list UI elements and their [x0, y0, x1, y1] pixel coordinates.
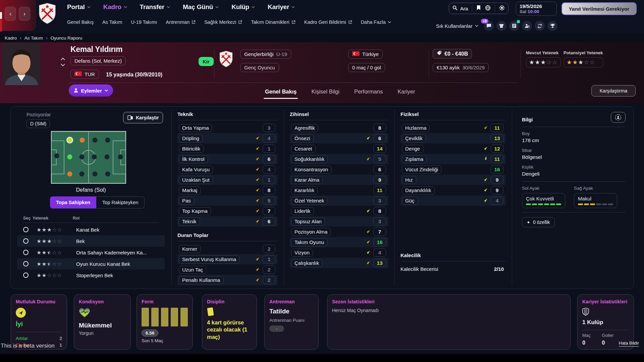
attribute-name[interactable]: Özel Yetenek — [291, 197, 327, 205]
attribute-name[interactable]: Liderlik — [291, 207, 314, 215]
attribute-name[interactable]: Uzun Taç — [179, 266, 206, 274]
attribute-name[interactable]: Top Kapma — [179, 207, 211, 215]
search-button[interactable]: Ara — [452, 5, 468, 11]
subnav-item-sağlık-merkezi[interactable]: Sağlık Merkezi — [204, 19, 242, 25]
tab-kişisel-bilgi[interactable]: Kişisel Bilgi — [311, 88, 339, 99]
attribute-name[interactable]: Agresiflik — [291, 124, 318, 132]
nav-item-kadro[interactable]: Kadro — [103, 3, 127, 11]
attribute-name[interactable]: Hızlanma — [402, 124, 430, 132]
attribute-name[interactable]: Pas — [179, 197, 194, 205]
toggle-out-of-possession[interactable]: Top Rakipteyken — [96, 196, 145, 208]
discipline-card[interactable]: Disiplin 4 kart görürse cezalı olacak (1… — [202, 294, 257, 350]
attribute-name[interactable]: Penaltı Kullanma — [179, 276, 223, 284]
breadcrumb-item-2[interactable]: As Takım — [24, 36, 43, 41]
back-button[interactable]: ‹ — [5, 7, 16, 21]
position-dot-green[interactable] — [67, 154, 72, 159]
attribute-name[interactable]: Hız — [402, 176, 416, 184]
attribute-name[interactable]: Denge — [402, 145, 423, 153]
role-row[interactable]: ★★★☆☆ Bek — [17, 235, 165, 247]
nation-chip[interactable]: Türkiye — [348, 50, 383, 59]
attribute-name[interactable]: Kararlılık — [291, 186, 318, 194]
attribute-name[interactable]: Markaj — [179, 186, 201, 194]
attribute-name[interactable]: Dripling — [179, 134, 203, 142]
actions-button[interactable]: Eylemler — [69, 84, 113, 97]
globe-icon[interactable] — [485, 5, 491, 12]
role-radio[interactable] — [23, 273, 29, 278]
role-row[interactable]: ★★☆★☆☆ Orta Sahayı Kademeleyen Ka... — [17, 247, 165, 258]
attribute-name[interactable]: Çalışkanlık — [291, 259, 322, 267]
player-cycle-arrows[interactable] — [61, 58, 65, 66]
subnav-item-as-takım[interactable]: As Takım — [102, 19, 122, 25]
attribute-name[interactable]: Karar Alma — [291, 176, 323, 184]
role-radio[interactable] — [23, 261, 29, 266]
traits-button[interactable]: ✦ 0 özellik — [522, 217, 555, 227]
attribute-name[interactable]: Serbest Vuruş Kullanma — [179, 255, 239, 263]
role-radio[interactable] — [23, 250, 29, 255]
tab-kariyer[interactable]: Kariyer — [397, 88, 415, 99]
attribute-name[interactable]: Orta Yapma — [179, 124, 212, 132]
attribute-name[interactable]: Çeviklik — [402, 134, 426, 142]
nav-item-kulüp[interactable]: Kulüp — [231, 3, 255, 11]
subnav-item-kadro-geri-bildirimi[interactable]: Kadro Geri Bildirimi — [304, 19, 352, 25]
breadcrumb-item-3[interactable]: Oyuncu Raporu — [51, 36, 83, 41]
role-radio[interactable] — [23, 227, 29, 232]
attribute-name[interactable]: Dayanıklılık — [402, 186, 435, 194]
role-row[interactable]: ★★★☆☆ Kanat Bek — [17, 224, 165, 235]
season-stats-card[interactable]: Sezon İstatistikleri Henüz Maç Oynamadı — [327, 294, 571, 350]
trophy-icon[interactable] — [547, 21, 557, 31]
tab-performans[interactable]: Performans — [354, 88, 383, 99]
nav-item-transfer[interactable]: Transfer — [140, 3, 170, 11]
compare-button[interactable]: Karşılaştır — [123, 112, 163, 123]
subnav-item-genel-bakış[interactable]: Genel Bakış — [67, 19, 94, 25]
breadcrumb-item-1[interactable]: Kadro — [5, 36, 17, 41]
subnav-item-u-19-takımı[interactable]: U-19 Takımı — [131, 19, 157, 25]
news-icon[interactable] — [509, 21, 519, 31]
attribute-name[interactable]: Konsantrasyon — [291, 166, 331, 174]
comparison-button[interactable]: Karşılaştırma — [591, 85, 636, 97]
sync-icon[interactable] — [535, 21, 545, 31]
attribute-name[interactable]: İlk Kontrol — [179, 155, 208, 163]
attribute-name[interactable]: Cesaret — [291, 145, 316, 153]
attribute-name[interactable]: Takım Oyunu — [291, 238, 327, 246]
role-row[interactable]: ★★☆☆☆ Stoperleşen Bek — [17, 269, 165, 281]
happiness-card[interactable]: Mutluluk Durumu İyi Artılar 2 Eksiler 1 — [11, 294, 67, 350]
role-radio[interactable] — [23, 238, 29, 244]
forward-button[interactable]: › — [19, 7, 30, 21]
attribute-name[interactable]: Vizyon — [291, 249, 313, 257]
shirt-icon[interactable] — [496, 21, 506, 31]
messages-icon[interactable]: +9 — [484, 21, 494, 31]
position-dot-orange[interactable] — [79, 137, 85, 142]
attribute-name[interactable]: Vücut Zindeliği — [402, 166, 441, 174]
subnav-item-takım-dinamikleri[interactable]: Takım Dinamikleri — [251, 19, 295, 25]
attribute-name[interactable]: Soğukkanlılık — [291, 155, 328, 163]
position-dot-orange[interactable] — [67, 171, 72, 176]
attribute-name[interactable]: Uzaktan Şut — [179, 176, 213, 184]
attribute-name[interactable]: Kafa Vuruşu — [179, 166, 213, 174]
attribute-name[interactable]: Güç — [402, 197, 418, 205]
report-bug-link[interactable]: Hata Bildir — [619, 341, 639, 347]
club-link[interactable]: Gençlerbirliği U-19 — [240, 50, 291, 59]
game-date[interactable]: 19/5/2026 Sal 10:00 — [516, 2, 557, 16]
attribute-name[interactable]: Pozisyon Alma — [291, 228, 331, 236]
subnav-item-antrenman[interactable]: Antrenman — [166, 19, 196, 25]
favourites-dropdown[interactable]: Sık Kullanılanlar — [436, 23, 478, 29]
role-row[interactable]: ★★☆★☆☆ Oyun Kurucu Kanat Bek — [17, 258, 165, 269]
nav-item-maç-günü[interactable]: Maç Günü — [183, 3, 219, 11]
scout-icon[interactable] — [522, 21, 532, 31]
player-network-icon-button[interactable] — [611, 112, 626, 123]
nav-item-kariyer[interactable]: Kariyer — [268, 3, 295, 11]
subnav-item-daha-fazla[interactable]: Daha Fazla — [361, 19, 391, 25]
attribute-name[interactable]: Korner — [179, 245, 201, 253]
attribute-name[interactable]: Önsezi — [291, 134, 314, 142]
toggle-in-possession[interactable]: Topa Sahipken — [50, 196, 96, 208]
position-dot-selected[interactable] — [67, 137, 72, 142]
condition-card[interactable]: Kondisyon Mükemmel Yorgun — [74, 294, 131, 350]
form-card[interactable]: Form 6.56 Son 5 Maç — [137, 294, 193, 350]
nav-item-portal[interactable]: Portal — [67, 3, 91, 11]
tab-genel-bakış[interactable]: Genel Bakış — [265, 88, 297, 99]
continue-button[interactable]: Yanıt Verilmesi Gerekiyor — [561, 2, 637, 15]
attribute-name[interactable]: Bitiricilik — [179, 145, 204, 153]
attribute-name[interactable]: Teknik — [179, 218, 200, 226]
settings-gear-icon[interactable] — [499, 5, 505, 12]
training-card[interactable]: Antrenman Tatilde Antrenman Puanı - — [264, 294, 319, 350]
